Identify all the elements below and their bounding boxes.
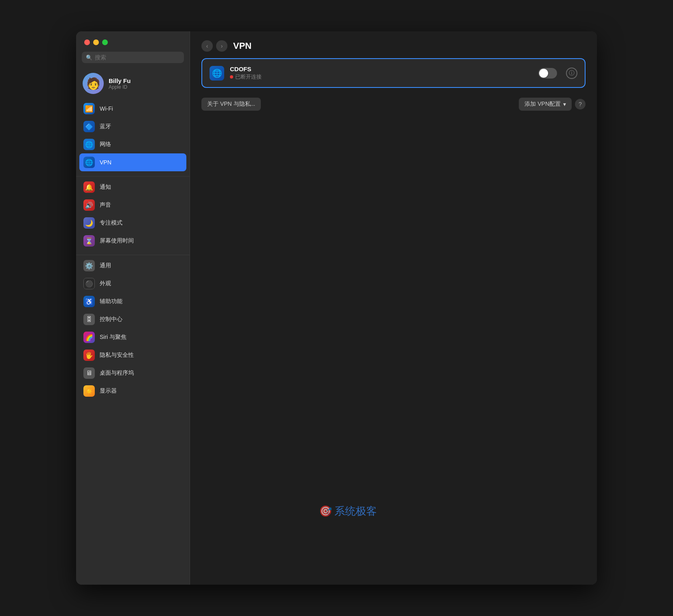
search-input[interactable] [95,54,180,61]
appearance-icon: ⚫ [83,278,95,289]
bluetooth-icon: 🔷 [83,121,95,132]
sidebar-item-appearance[interactable]: ⚫ 外观 [79,275,186,293]
sidebar-item-accessibility[interactable]: ♿ 辅助功能 [79,293,186,310]
titlebar-buttons [76,31,190,52]
sidebar-section-network: 📶 Wi-Fi 🔷 蓝牙 🌐 网络 🌐 VPN [76,100,190,171]
vpn-item: 🌐 CDOFS 已断开连接 ⓘ [202,59,585,87]
watermark-icon: 🎯 [319,505,332,518]
sidebar-item-bluetooth-label: 蓝牙 [100,123,111,130]
vpn-info: CDOFS 已断开连接 [230,66,533,81]
sidebar-item-notification[interactable]: 🔔 通知 [79,178,186,196]
forward-button[interactable]: › [216,40,227,52]
vpn-info-button[interactable]: ⓘ [566,68,577,79]
sidebar-item-wifi[interactable]: 📶 Wi-Fi [79,100,186,118]
search-icon: 🔍 [86,55,92,61]
screentime-icon: ⌛ [83,235,95,247]
status-dot [230,75,233,79]
notification-icon: 🔔 [83,181,95,193]
sidebar-section-preferences: ⚙️ 通用 ⚫ 外观 ♿ 辅助功能 🎛 控制中心 🌈 Siri 与聚焦 🖐 隐 [76,257,190,400]
minimize-button[interactable] [93,39,99,45]
user-info: Billy Fu Apple ID [109,77,131,90]
help-button[interactable]: ? [575,99,586,109]
sidebar-item-vpn[interactable]: 🌐 VPN [79,153,186,171]
sidebar-item-control-label: 控制中心 [100,316,122,323]
sidebar-item-network[interactable]: 🌐 网络 [79,135,186,153]
sidebar-item-accessibility-label: 辅助功能 [100,298,122,305]
user-profile[interactable]: 🧑 Billy Fu Apple ID [76,69,190,100]
chevron-down-icon: ▾ [563,101,566,107]
avatar: 🧑 [83,73,104,94]
display-icon: ☀️ [83,385,95,397]
avatar-image: 🧑 [83,73,104,94]
vpn-entry-icon: 🌐 [210,66,224,81]
sidebar-item-siri[interactable]: 🌈 Siri 与聚焦 [79,328,186,346]
vpn-status: 已断开连接 [230,73,533,81]
add-vpn-label: 添加 VPN配置 [524,100,561,108]
divider-1 [76,176,190,177]
watermark-text: 系统极客 [334,504,377,518]
sidebar-item-wifi-label: Wi-Fi [100,105,113,112]
sidebar-item-privacy-label: 隐私与安全性 [100,352,134,359]
sidebar-item-focus-label: 专注模式 [100,219,122,227]
sidebar-item-appearance-label: 外观 [100,280,111,287]
main-header: ‹ › VPN [190,31,597,58]
sidebar-item-display[interactable]: ☀️ 显示器 [79,382,186,400]
network-icon: 🌐 [83,139,95,150]
sidebar-item-display-label: 显示器 [100,387,117,395]
focus-icon: 🌙 [83,217,95,229]
sidebar-item-desktop[interactable]: 🖥 桌面与程序坞 [79,364,186,382]
search-box[interactable]: 🔍 [82,52,184,63]
sidebar-item-screentime-label: 屏幕使用时间 [100,237,134,245]
toggle-knob [539,69,548,78]
sidebar-item-privacy[interactable]: 🖐 隐私与安全性 [79,346,186,364]
accessibility-icon: ♿ [83,296,95,307]
sidebar-section-system: 🔔 通知 🔊 声音 🌙 专注模式 ⌛ 屏幕使用时间 [76,178,190,250]
vpn-card: 🌐 CDOFS 已断开连接 ⓘ [201,58,586,88]
privacy-icon: 🖐 [83,350,95,361]
bottom-actions: 关于 VPN 与隐私... 添加 VPN配置 ▾ ? [201,98,586,111]
close-button[interactable] [84,39,90,45]
sound-icon: 🔊 [83,199,95,211]
wifi-icon: 📶 [83,103,95,114]
vpn-icon: 🌐 [83,157,95,168]
sidebar-item-general-label: 通用 [100,262,111,269]
add-vpn-button[interactable]: 添加 VPN配置 ▾ [519,98,572,111]
sidebar-item-sound[interactable]: 🔊 声音 [79,196,186,214]
desktop-icon: 🖥 [83,367,95,379]
sidebar-item-bluetooth[interactable]: 🔷 蓝牙 [79,118,186,135]
general-icon: ⚙️ [83,260,95,271]
sidebar-item-notification-label: 通知 [100,183,111,191]
siri-icon: 🌈 [83,332,95,343]
watermark: 🎯 系统极客 [319,504,377,518]
control-icon: 🎛 [83,314,95,325]
user-name: Billy Fu [109,77,131,84]
sidebar: 🔍 🧑 Billy Fu Apple ID 📶 Wi-Fi 🔷 蓝牙 🌐 [76,31,190,585]
maximize-button[interactable] [102,39,108,45]
sidebar-item-desktop-label: 桌面与程序坞 [100,369,134,377]
main-content: ‹ › VPN 🌐 CDOFS 已断开连接 [190,31,597,585]
main-body: 🌐 CDOFS 已断开连接 ⓘ 关于 VPN 与隐私 [190,58,597,585]
vpn-status-text: 已断开连接 [235,73,262,81]
sidebar-item-general[interactable]: ⚙️ 通用 [79,257,186,275]
vpn-toggle[interactable] [538,68,557,79]
divider-2 [76,255,190,255]
sidebar-item-sound-label: 声音 [100,201,111,209]
about-vpn-button[interactable]: 关于 VPN 与隐私... [201,98,261,111]
vpn-name: CDOFS [230,66,533,72]
sidebar-item-siri-label: Siri 与聚焦 [100,334,127,341]
sidebar-item-network-label: 网络 [100,141,111,148]
sidebar-item-control[interactable]: 🎛 控制中心 [79,310,186,328]
sidebar-item-screentime[interactable]: ⌛ 屏幕使用时间 [79,232,186,250]
page-title: VPN [233,41,251,51]
main-window: 🔍 🧑 Billy Fu Apple ID 📶 Wi-Fi 🔷 蓝牙 🌐 [76,31,597,585]
back-button[interactable]: ‹ [201,40,213,52]
sidebar-item-focus[interactable]: 🌙 专注模式 [79,214,186,232]
sidebar-item-vpn-label: VPN [100,159,111,166]
user-subtitle: Apple ID [109,84,131,90]
right-actions: 添加 VPN配置 ▾ ? [519,98,586,111]
